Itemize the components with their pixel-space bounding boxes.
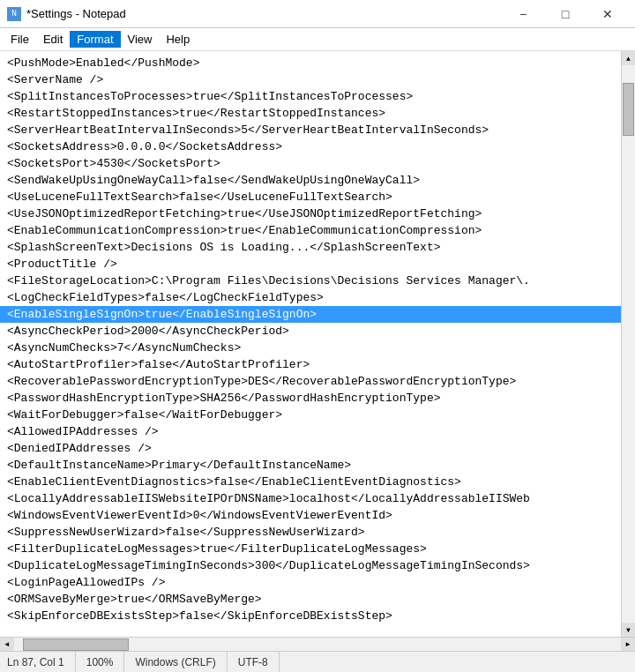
menu-view[interactable]: View (121, 31, 160, 48)
status-cursor: Ln 87, Col 1 (7, 652, 76, 672)
editor-line[interactable]: <UseLuceneFullTextSearch>false</UseLucen… (0, 189, 621, 205)
editor-line[interactable]: <DefaultInstanceName>Primary</DefaultIns… (0, 457, 621, 474)
editor-line[interactable]: <RestartStoppedInstances>true</RestartSt… (0, 105, 621, 122)
vertical-scrollbar[interactable]: ▲ ▼ (621, 51, 635, 637)
scroll-thumb[interactable] (623, 83, 634, 136)
editor-content[interactable]: <PushMode>Enabled</PushMode> <ServerName… (0, 51, 621, 637)
status-bar: Ln 87, Col 1 100% Windows (CRLF) UTF-8 (0, 651, 635, 672)
editor-line[interactable]: <AutoStartProfiler>false</AutoStartProfi… (0, 356, 621, 373)
editor-line[interactable]: <EnableCommunicationCompression>true</En… (0, 222, 621, 239)
editor-line[interactable]: <AllowedIPAddresses /> (0, 423, 621, 440)
title-bar-left: N *Settings - Notepad (7, 7, 126, 21)
editor-line[interactable]: <FileStorageLocation>C:\Program Files\De… (0, 273, 621, 289)
editor-line[interactable]: <SuppressNewUserWizard>false</SuppressNe… (0, 524, 621, 541)
menu-bar: File Edit Format View Help (0, 28, 635, 51)
title-bar: N *Settings - Notepad − □ ✕ (0, 0, 635, 28)
close-button[interactable]: ✕ (587, 2, 628, 26)
maximize-button[interactable]: □ (545, 2, 586, 26)
editor-line[interactable]: <SendWakeUpUsingOneWayCall>false</SendWa… (0, 172, 621, 189)
menu-help[interactable]: Help (159, 31, 197, 48)
editor-line[interactable]: <LoginPageAllowedIPs /> (0, 574, 621, 591)
menu-file[interactable]: File (4, 31, 36, 48)
editor-line[interactable]: <WindowsEventViewerEventId>0</WindowsEve… (0, 507, 621, 524)
editor-line[interactable]: <UseJSONOptimizedReportFetching>true</Us… (0, 205, 621, 222)
scroll-right-arrow[interactable]: ► (621, 638, 635, 652)
editor-line[interactable]: <SplashScreenText>Decisions OS is Loadin… (0, 239, 621, 256)
editor-line[interactable]: <ProductTitle /> (0, 256, 621, 273)
editor-line[interactable]: <EnableClientEventDiagnostics>false</Ena… (0, 474, 621, 490)
editor-line[interactable]: <RecoverablePasswordEncryptionType>DES</… (0, 373, 621, 390)
editor-line[interactable]: <EnableSingleSignOn>true</EnableSingleSi… (0, 306, 621, 323)
minimize-button[interactable]: − (503, 2, 543, 26)
title-text: *Settings - Notepad (26, 7, 126, 20)
editor-line[interactable]: <SocketsPort>4530</SocketsPort> (0, 155, 621, 172)
editor-line[interactable]: <ORMSaveByMerge>true</ORMSaveByMerge> (0, 591, 621, 608)
editor-line[interactable]: <DuplicateLogMessageTimingInSeconds>300<… (0, 557, 621, 574)
status-encoding: UTF-8 (228, 652, 280, 672)
editor-line[interactable]: <LogCheckFieldTypes>false</LogCheckField… (0, 289, 621, 306)
scroll-down-arrow[interactable]: ▼ (622, 623, 636, 637)
scroll-left-arrow[interactable]: ◄ (0, 638, 14, 652)
editor-line[interactable]: <LocallyAddressableIISWebsiteIPOrDNSName… (0, 490, 621, 507)
editor-line[interactable]: <SocketsAddress>0.0.0.0</SocketsAddress> (0, 138, 621, 155)
editor-line[interactable]: <PasswordHashEncryptionType>SHA256</Pass… (0, 390, 621, 407)
status-line-ending: Windows (CRLF) (124, 652, 227, 672)
status-zoom: 100% (76, 652, 125, 672)
horizontal-scrollbar[interactable]: ◄ ► (0, 637, 635, 651)
editor-line[interactable]: <ServerHeartBeatIntervalInSeconds>5</Ser… (0, 122, 621, 138)
app-icon: N (7, 7, 21, 21)
editor-line[interactable]: <SkipEnforceDBExistsStep>false</SkipEnfo… (0, 608, 621, 624)
editor-line[interactable]: <ServerName /> (0, 71, 621, 88)
editor-container: <PushMode>Enabled</PushMode> <ServerName… (0, 51, 635, 637)
menu-format[interactable]: Format (70, 31, 120, 48)
title-bar-controls: − □ ✕ (503, 2, 628, 26)
editor-line[interactable]: <DeniedIPAddresses /> (0, 440, 621, 457)
scroll-up-arrow[interactable]: ▲ (622, 51, 636, 65)
menu-edit[interactable]: Edit (36, 31, 70, 48)
scroll-h-thumb[interactable] (23, 638, 129, 651)
editor-line[interactable]: <SplitInstancesToProcesses>true</SplitIn… (0, 88, 621, 105)
editor-line[interactable]: <AsyncNumChecks>7</AsyncNumChecks> (0, 340, 621, 356)
editor-line[interactable]: <PushMode>Enabled</PushMode> (0, 55, 621, 71)
editor-line[interactable]: <FilterDuplicateLogMessages>true</Filter… (0, 541, 621, 557)
editor-line[interactable]: <WaitForDebugger>false</WaitForDebugger> (0, 407, 621, 423)
editor-line[interactable]: <AsyncCheckPeriod>2000</AsyncCheckPeriod… (0, 323, 621, 340)
